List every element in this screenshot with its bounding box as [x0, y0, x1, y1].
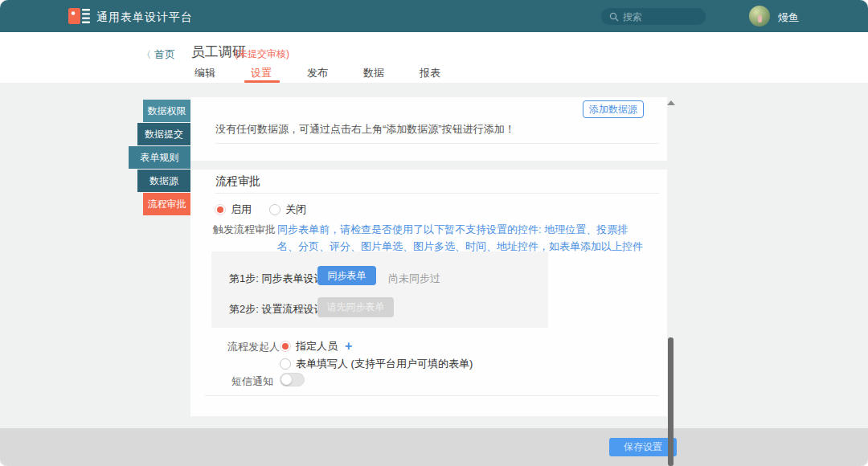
search-box[interactable] [601, 8, 706, 25]
breadcrumb-home-label: 首页 [154, 48, 175, 60]
app-title: 通用表单设计平台 [96, 10, 193, 25]
top-navbar: 通用表单设计平台 熳鱼 [0, 0, 868, 32]
search-icon [609, 12, 619, 22]
divider [215, 143, 659, 144]
app-logo-icon [68, 6, 90, 26]
settings-panel: 添加数据源 没有任何数据源，可通过点击右上角“添加数据源”按钮进行添加！ 流程审… [190, 97, 667, 416]
radio-enable-label[interactable]: 启用 [231, 203, 252, 215]
sidebar-item-form-rules[interactable]: 表单规则 [129, 146, 190, 169]
tab-data[interactable]: 数据 [346, 66, 402, 80]
divider [205, 395, 659, 396]
tab-publish[interactable]: 发布 [289, 66, 346, 80]
avatar[interactable] [749, 6, 770, 27]
status-badge: (未提交审核) [235, 47, 289, 61]
save-settings-button[interactable]: 保存设置 [609, 438, 677, 456]
scrollbar-thumb[interactable] [668, 337, 674, 466]
divider [215, 193, 659, 194]
page-header: 〈首页 员工调研 (未提交审核) 编辑 设置 发布 数据 报表 [0, 32, 868, 83]
initiator-option-assigned: 指定人员+ [280, 338, 352, 354]
step2-label: 第2步: 设置流程设计 [229, 302, 324, 317]
flow-design-button-disabled[interactable]: 请先同步表单 [317, 297, 394, 317]
datasource-empty-text: 没有任何数据源，可通过点击右上角“添加数据源”按钮进行添加！ [215, 122, 515, 137]
app-window: 通用表单设计平台 熳鱼 〈首页 员工调研 (未提交审核) 编辑 设置 发布 数据… [0, 0, 868, 466]
active-tab-underline [244, 80, 280, 83]
flow-initiator-label: 流程发起人 [227, 340, 280, 354]
chevron-left-icon: 〈 [141, 49, 151, 60]
radio-assigned-person[interactable] [280, 341, 291, 352]
tab-settings[interactable]: 设置 [233, 66, 289, 80]
sync-status-text: 尚未同步过 [388, 272, 440, 286]
add-datasource-button[interactable]: 添加数据源 [583, 100, 644, 118]
sync-steps-box: 第1步: 同步表单设计 同步表单 尚未同步过 第2步: 设置流程设计 请先同步表… [211, 251, 548, 328]
radio-assigned-person-label[interactable]: 指定人员 [296, 340, 338, 352]
sms-notify-label: 短信通知 [231, 374, 273, 389]
sms-toggle-switch[interactable] [280, 373, 305, 386]
trigger-approval-label: 触发流程审批 [213, 223, 276, 237]
radio-enable[interactable] [215, 204, 226, 215]
add-person-icon[interactable]: + [345, 339, 352, 353]
radio-close[interactable] [269, 204, 280, 215]
radio-form-filler[interactable] [280, 358, 291, 370]
username: 熳鱼 [778, 10, 799, 25]
footer-bar: 保存设置 [0, 428, 868, 466]
tab-report[interactable]: 报表 [402, 66, 458, 80]
breadcrumb-back-home[interactable]: 〈首页 [141, 47, 175, 62]
sync-form-button[interactable]: 同步表单 [317, 266, 376, 285]
sidebar-item-flow-approval[interactable]: 流程审批 [143, 193, 190, 215]
search-input[interactable] [623, 11, 695, 22]
tab-edit[interactable]: 编辑 [177, 66, 233, 80]
sidebar-item-data-submit[interactable]: 数据提交 [137, 123, 190, 145]
approval-enable-row: 启用关闭 [215, 202, 306, 217]
nav-tabs: 编辑 设置 发布 数据 报表 [177, 66, 458, 80]
flow-approval-section-title: 流程审批 [215, 174, 260, 189]
section-separator [190, 161, 667, 170]
step1-label: 第1步: 同步表单设计 [229, 272, 324, 286]
sidebar-item-data-permission[interactable]: 数据权限 [143, 100, 190, 122]
scrollbar-up-arrow[interactable] [667, 100, 675, 105]
radio-close-label[interactable]: 关闭 [285, 203, 306, 215]
initiator-option-filler: 表单填写人 (支持平台用户可填的表单) [280, 356, 473, 371]
sidebar-item-data-source[interactable]: 数据源 [137, 170, 190, 192]
radio-form-filler-label[interactable]: 表单填写人 (支持平台用户可填的表单) [296, 358, 473, 370]
